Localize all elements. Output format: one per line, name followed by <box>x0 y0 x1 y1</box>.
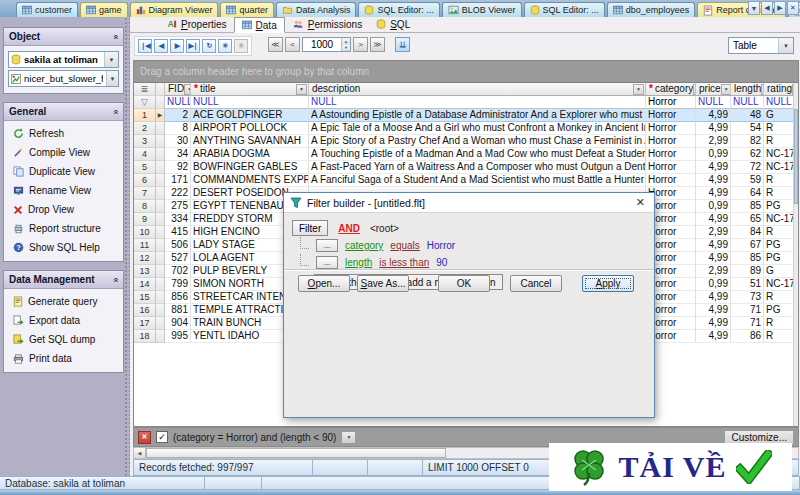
cell-fid[interactable]: 30 <box>165 135 191 148</box>
filter-history-dropdown[interactable]: ▼ <box>341 431 356 444</box>
object-select-sakila-at-toliman[interactable]: sakila at toliman▼ <box>8 51 119 68</box>
cell-fid[interactable]: 334 <box>165 213 191 226</box>
tab-close-button[interactable]: ✕ <box>787 1 799 15</box>
sidebar-item-report-structure[interactable]: Report structure <box>6 219 121 238</box>
cell-length[interactable]: 72 <box>731 161 764 174</box>
cell-price[interactable]: 4,99 <box>696 109 731 122</box>
cell-rating[interactable]: R <box>764 330 795 343</box>
open-button[interactable]: Open... <box>298 275 350 292</box>
tab-list-button[interactable]: ▼ <box>748 1 760 15</box>
last-page-button[interactable]: ≫ <box>370 37 385 52</box>
document-tab-dbo-employees[interactable]: dbo_employees <box>607 2 696 17</box>
table-row[interactable]: 592BOWFINGER GABLESA Fast-Paced Yarn of … <box>134 161 798 174</box>
filter-cell-category[interactable]: Horror <box>646 96 696 109</box>
table-row[interactable]: 28AIRPORT POLLOCKA Epic Tale of a Moose … <box>134 122 798 135</box>
cell-length[interactable]: 86 <box>731 330 764 343</box>
cell-price[interactable]: 4,99 <box>696 122 731 135</box>
cell-length[interactable]: 48 <box>731 109 764 122</box>
cell-price[interactable]: 2,99 <box>696 135 731 148</box>
dialog-titlebar[interactable]: Filter builder - [untitled.flt] ✕ <box>284 193 654 213</box>
cell-rating[interactable]: PG <box>764 239 795 252</box>
cell-rating[interactable]: R <box>764 187 795 200</box>
filter-cell-price[interactable]: NULL <box>696 96 731 109</box>
document-tab-customer[interactable]: customer <box>16 2 78 17</box>
document-tab-game[interactable]: game <box>80 2 128 17</box>
ok-button[interactable]: OK <box>438 275 490 292</box>
filter-root-button[interactable]: Filter <box>292 220 328 236</box>
cell-price[interactable]: 4,99 <box>696 317 731 330</box>
insert-record-button[interactable]: ✳ <box>218 39 232 53</box>
cell-desc[interactable]: A Epic Story of a Pastry Chef And a Woma… <box>309 135 646 148</box>
cell-price[interactable]: 4,99 <box>696 330 731 343</box>
tab-scroll-right-button[interactable]: ▶ <box>774 1 786 15</box>
cell-fid[interactable]: 2 <box>165 109 191 122</box>
column-filter-dropdown[interactable]: ▼ <box>296 84 307 95</box>
sidebar-item-drop-view[interactable]: Drop View <box>6 200 121 219</box>
cell-fid[interactable]: 799 <box>165 278 191 291</box>
condition-field-link[interactable]: length <box>345 257 372 268</box>
cell-title[interactable]: BOWFINGER GABLES <box>191 161 309 174</box>
column-filter-dropdown[interactable]: ▼ <box>184 84 191 95</box>
condition-field-link[interactable]: category <box>345 240 383 251</box>
filter-cell-fid[interactable]: NULL <box>165 96 191 109</box>
document-tab-sql-editor-[interactable]: SQL Editor: ... <box>524 2 605 17</box>
document-tab-blob-viewer[interactable]: BLOB Viewer <box>442 2 522 17</box>
cell-price[interactable]: 2,99 <box>696 265 731 278</box>
column-header-fid[interactable]: FID▼ <box>165 83 191 96</box>
view-mode-select[interactable]: Table ▼ <box>728 37 794 54</box>
cell-fid[interactable]: 506 <box>165 239 191 252</box>
cell-fid[interactable]: 92 <box>165 161 191 174</box>
apply-button[interactable]: Apply <box>582 275 634 292</box>
cell-title[interactable]: ACE GOLDFINGER <box>191 109 309 122</box>
cell-length[interactable]: 85 <box>731 200 764 213</box>
vertical-scrollbar[interactable] <box>793 83 798 426</box>
cell-desc[interactable]: A Touching Epistle of a Madman And a Mad… <box>309 148 646 161</box>
cell-length[interactable]: 54 <box>731 122 764 135</box>
cell-title[interactable]: COMMANDMENTS EXPRESS <box>191 174 309 187</box>
fetch-all-button[interactable]: ⇊ <box>395 37 410 52</box>
cell-fid[interactable]: 8 <box>165 122 191 135</box>
cell-price[interactable]: 4,99 <box>696 304 731 317</box>
filter-cell-length[interactable]: NULL <box>731 96 764 109</box>
last-record-button[interactable]: ▶❘ <box>186 39 200 53</box>
hscroll-thumb[interactable] <box>146 448 446 458</box>
filter-clear-button[interactable]: ✕ <box>138 431 151 444</box>
group-by-panel[interactable]: Drag a column header here to group by th… <box>134 61 798 83</box>
cell-category[interactable]: Horror <box>646 122 696 135</box>
cell-price[interactable]: 2,99 <box>696 226 731 239</box>
sidebar-item-refresh[interactable]: Refresh <box>6 124 121 143</box>
column-filter-dropdown[interactable]: ▼ <box>633 84 644 95</box>
cell-length[interactable]: 84 <box>731 226 764 239</box>
cell-length[interactable]: 73 <box>731 291 764 304</box>
cell-length[interactable]: 71 <box>731 304 764 317</box>
prior-page-button[interactable]: < <box>285 37 300 52</box>
cell-fid[interactable]: 415 <box>165 226 191 239</box>
filter-cell-title[interactable]: NULL <box>191 96 309 109</box>
cell-fid[interactable]: 275 <box>165 200 191 213</box>
cell-rating[interactable]: R <box>764 226 795 239</box>
first-record-button[interactable]: ❘◀ <box>138 39 152 53</box>
cell-fid[interactable]: 702 <box>165 265 191 278</box>
next-page-button[interactable]: > <box>353 37 368 52</box>
table-row[interactable]: 434ARABIA DOGMAA Touching Epistle of a M… <box>134 148 798 161</box>
document-tab-sql-editor-[interactable]: SQL Editor: ... <box>358 2 439 17</box>
sidebar-item-duplicate-view[interactable]: Duplicate View <box>6 162 121 181</box>
table-row[interactable]: 330ANYTHING SAVANNAHA Epic Story of a Pa… <box>134 135 798 148</box>
hscroll-left-button[interactable]: ◀ <box>134 448 146 458</box>
cell-rating[interactable]: NC-17 <box>764 278 795 291</box>
filter-operator-link[interactable]: AND <box>338 223 360 234</box>
cell-fid[interactable]: 527 <box>165 252 191 265</box>
cell-fid[interactable]: 856 <box>165 291 191 304</box>
filter-cell-rating[interactable]: NULL <box>764 96 795 109</box>
condition-value-link[interactable]: 90 <box>436 257 447 268</box>
save-as-button[interactable]: Save As... <box>357 275 409 292</box>
cell-category[interactable]: Horror <box>646 161 696 174</box>
sidebar-item-show-sql-help[interactable]: ?Show SQL Help <box>6 238 121 257</box>
tab-sql[interactable]: SQL <box>369 16 417 32</box>
cell-price[interactable]: 4,99 <box>696 161 731 174</box>
collapse-icon[interactable]: « <box>110 109 120 114</box>
condition-menu-button[interactable]: ... <box>316 256 338 269</box>
cell-length[interactable]: 67 <box>731 239 764 252</box>
cell-price[interactable]: 4,99 <box>696 291 731 304</box>
table-row[interactable]: 1▶2ACE GOLDFINGERA Astounding Epistle of… <box>134 109 798 122</box>
